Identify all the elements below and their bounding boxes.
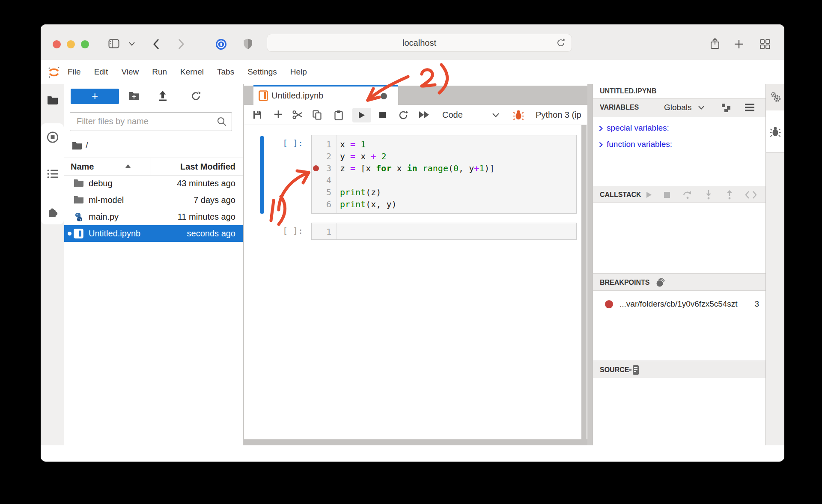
callstack-section-header[interactable]: CALLSTACK	[593, 186, 766, 203]
terminate-icon[interactable]	[664, 192, 670, 198]
open-source-icon[interactable]	[629, 365, 640, 375]
line-number[interactable]: 3	[326, 163, 331, 173]
variables-tree-icon[interactable]	[721, 103, 731, 112]
menu-item-kernel[interactable]: Kernel	[180, 67, 204, 77]
upload-icon[interactable]	[158, 90, 168, 101]
menu-item-view[interactable]: View	[121, 67, 139, 77]
restart-kernel-icon[interactable]	[398, 110, 408, 120]
unsaved-dot[interactable]	[381, 93, 387, 99]
vertical-scrollbar[interactable]	[581, 125, 587, 439]
add-cell-icon[interactable]	[274, 110, 283, 119]
menu-item-edit[interactable]: Edit	[94, 67, 108, 77]
file-row[interactable]: main.py11 minutes ago	[64, 209, 243, 225]
menu-item-help[interactable]: Help	[290, 67, 307, 77]
variables-section-header[interactable]: VARIABLES Globals	[593, 98, 766, 116]
line-number[interactable]: 1	[326, 227, 331, 237]
menu-item-file[interactable]: File	[68, 67, 81, 77]
empty-cell-editor[interactable]: 1	[311, 223, 577, 240]
breadcrumb[interactable]: /	[86, 140, 88, 150]
cut-icon[interactable]	[292, 110, 303, 119]
sidebar-toggle-icon[interactable]	[108, 39, 119, 48]
cell-gutter[interactable]: 123456	[312, 135, 337, 213]
kernel-name[interactable]: Python 3 (ipykernel)	[536, 105, 581, 125]
run-all-icon[interactable]	[419, 111, 430, 119]
new-tab-icon[interactable]	[734, 39, 744, 49]
refresh-icon[interactable]	[191, 91, 201, 101]
code-line[interactable]: print(x, y)	[340, 198, 494, 210]
breakpoint-dot[interactable]	[313, 165, 319, 171]
variable-scope-label[interactable]: function variables:	[607, 136, 672, 152]
variable-scope-row[interactable]: function variables:	[593, 136, 766, 152]
variable-scope-label[interactable]: special variables:	[607, 120, 669, 136]
breakpoint-row[interactable]: ...var/folders/cb/1y0v6fzx5c54szt3	[593, 291, 766, 317]
scope-chevron-icon[interactable]	[698, 106, 704, 110]
table-view-icon[interactable]	[745, 104, 754, 111]
minimize-button[interactable]	[67, 40, 75, 48]
menu-item-run[interactable]: Run	[152, 67, 167, 77]
back-icon[interactable]	[153, 39, 159, 50]
running-sessions-tab-icon[interactable]	[47, 131, 58, 143]
chevron-down-icon[interactable]	[129, 42, 135, 46]
cell-type-select[interactable]: Code	[442, 105, 463, 125]
copy-icon[interactable]	[313, 110, 322, 120]
new-folder-icon[interactable]	[128, 91, 140, 101]
expand-chevron-icon[interactable]	[599, 142, 603, 148]
code-line[interactable]	[340, 174, 494, 186]
mode-chevron-icon[interactable]	[492, 113, 499, 117]
zoom-button[interactable]	[81, 40, 89, 48]
line-number[interactable]: 4	[326, 175, 331, 185]
tab-overview-icon[interactable]	[760, 39, 770, 49]
file-list-header[interactable]: Name Last Modified	[64, 158, 243, 176]
variable-scope-row[interactable]: special variables:	[593, 120, 766, 136]
menu-item-settings[interactable]: Settings	[247, 67, 277, 77]
stop-icon[interactable]	[379, 111, 386, 119]
filter-files-box[interactable]	[70, 112, 232, 131]
menu-item-tabs[interactable]: Tabs	[217, 67, 234, 77]
line-number[interactable]: 6	[326, 199, 331, 209]
onepassword-icon[interactable]	[215, 39, 227, 50]
paste-icon[interactable]	[334, 110, 343, 120]
cell-gutter[interactable]: 1	[312, 223, 337, 239]
line-number[interactable]: 2	[326, 151, 331, 161]
panel-splitter[interactable]	[587, 84, 593, 445]
property-inspector-tab[interactable]	[766, 84, 784, 111]
file-row[interactable]: debug43 minutes ago	[64, 175, 243, 192]
notebook-tab[interactable]: Untitled.ipynb	[253, 85, 398, 105]
cell-code[interactable]: x = 1y = x + 2z = [x for x in range(0, y…	[340, 135, 494, 210]
horizontal-scrollbar[interactable]	[244, 439, 587, 445]
file-row[interactable]: ml-model7 days ago	[64, 192, 243, 209]
code-line[interactable]: y = x + 2	[340, 150, 494, 162]
step-in-icon[interactable]	[705, 190, 712, 200]
step-over-icon[interactable]	[683, 190, 692, 200]
column-name[interactable]: Name	[71, 158, 94, 175]
step-out-icon[interactable]	[726, 190, 733, 200]
table-of-contents-tab-icon[interactable]	[47, 169, 58, 179]
file-browser-tab-icon[interactable]	[47, 95, 58, 105]
scope-select[interactable]: Globals	[664, 98, 691, 116]
home-folder-icon[interactable]	[72, 141, 82, 150]
breakpoint-dot[interactable]	[605, 300, 613, 308]
filter-files-input[interactable]	[76, 113, 219, 130]
save-icon[interactable]	[253, 110, 262, 119]
share-icon[interactable]	[710, 38, 720, 50]
shield-icon[interactable]	[243, 38, 253, 50]
line-number[interactable]: 1	[326, 139, 331, 149]
expand-chevron-icon[interactable]	[599, 125, 603, 131]
new-launcher-button[interactable]: +	[71, 89, 119, 104]
code-cell-editor[interactable]: 123456 x = 1y = x + 2z = [x for x in ran…	[311, 135, 577, 214]
close-button[interactable]	[53, 40, 61, 48]
address-bar[interactable]: localhost	[267, 34, 572, 52]
evaluate-icon[interactable]	[745, 191, 756, 199]
continue-icon[interactable]	[646, 191, 652, 198]
file-row[interactable]: Untitled.ipynbseconds ago	[64, 225, 243, 242]
active-cell-bar[interactable]	[260, 136, 264, 214]
source-section-header[interactable]: SOURCE	[593, 361, 766, 378]
debugger-tab[interactable]	[766, 110, 784, 153]
code-line[interactable]: print(z)	[340, 186, 494, 198]
extensions-tab-icon[interactable]	[47, 206, 58, 218]
code-line[interactable]: x = 1	[340, 138, 494, 150]
line-number[interactable]: 5	[326, 187, 331, 197]
forward-icon[interactable]	[178, 39, 185, 50]
run-button[interactable]	[352, 108, 371, 122]
column-last-modified[interactable]: Last Modified	[180, 158, 235, 175]
